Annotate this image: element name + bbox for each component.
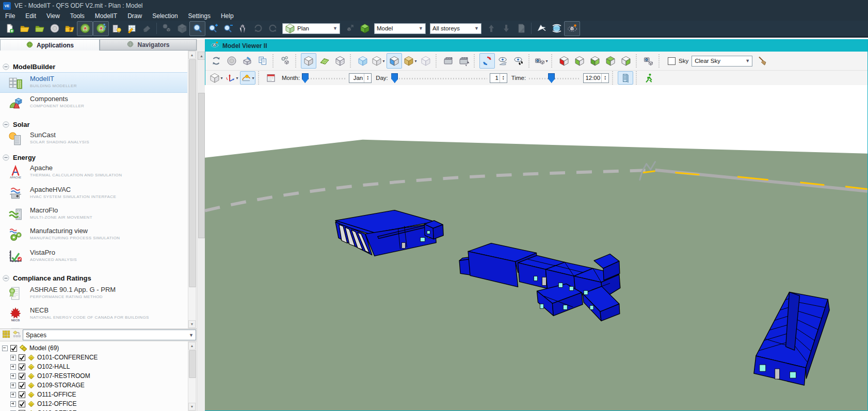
folder-green-button[interactable] (32, 22, 47, 36)
cube-green-button[interactable] (357, 22, 372, 36)
table-pencil-button[interactable] (124, 22, 139, 36)
expand-icon[interactable] (10, 364, 16, 370)
menu-modelit[interactable]: ModelIT (90, 12, 122, 20)
app-item-vistapro[interactable]: VistaPro ADVANCED ANALYSIS (0, 246, 187, 266)
cube-glass-button[interactable] (356, 54, 370, 68)
all-storeys-select[interactable]: All storeys▼ (430, 23, 481, 34)
zoom-button[interactable] (189, 21, 205, 36)
checkbox-checked[interactable] (19, 354, 25, 361)
camera-cube-button[interactable]: ▾ (534, 54, 549, 68)
panel-splitter-scrollbar[interactable]: ▲ (197, 39, 205, 411)
group-header-solar[interactable]: Solar (2, 121, 30, 128)
checkbox-checked[interactable] (19, 364, 25, 370)
cube-ghost-button[interactable] (419, 54, 433, 68)
orbit-1-button[interactable] (250, 22, 265, 36)
cube-green2-button[interactable] (588, 54, 602, 68)
orbit-2-button[interactable] (265, 22, 280, 36)
globe-sync-button[interactable] (549, 22, 564, 36)
app-item-components[interactable]: Components COMPONENT MODELLER (0, 93, 187, 112)
grid-green-button[interactable] (317, 54, 332, 68)
app-item-ashrae-90-1-app-g-prm[interactable]: ASHRAE 90.1 App. G - PRM PERFORMANCE RAT… (0, 284, 187, 303)
app-item-iecc[interactable]: IECC (0, 325, 187, 328)
app-item-suncast[interactable]: SunCast SOLAR SHADING ANALYSIS (0, 129, 187, 149)
slider-thumb[interactable] (391, 73, 398, 83)
cube-plain-button[interactable]: ▾ (371, 54, 385, 68)
menu-draw[interactable]: Draw (122, 12, 147, 20)
tree-item[interactable]: O111-OFFICE (10, 390, 76, 399)
app-item-apachehvac[interactable]: ApacheHVAC HVAC SYSTEM SIMULATION INTERF… (0, 184, 187, 203)
clapper-arrow-button[interactable] (457, 54, 471, 68)
expand-icon[interactable] (10, 355, 16, 360)
cube-hatch-button[interactable] (333, 54, 347, 68)
cube-tan-button[interactable]: ▾ (403, 54, 417, 68)
folder-yellow-button[interactable] (17, 22, 32, 36)
zoom-out-button[interactable] (220, 22, 235, 36)
slider[interactable] (529, 73, 581, 83)
disc-button[interactable] (47, 22, 62, 36)
cube-shade-button[interactable] (174, 22, 189, 36)
eraser-button[interactable] (139, 22, 154, 36)
collapse-icon[interactable] (2, 346, 8, 351)
checkbox-checked[interactable] (19, 401, 25, 407)
app-item-necb[interactable]: NECB NECB NATIONAL ENERGY CODE OF CANADA… (0, 304, 187, 324)
gears-cube-button[interactable] (278, 54, 293, 68)
browser-category-select[interactable]: Spaces ▼ (23, 330, 196, 340)
app-item-manufacturing-view[interactable]: Manufacturing view MANUFACTURING PROCESS… (0, 225, 187, 244)
collapse-icon[interactable] (2, 63, 10, 71)
folder-zip-button[interactable] (62, 22, 77, 36)
tree-item[interactable]: O101-CONFERENCE (10, 353, 98, 362)
spaces-grid-icon[interactable] (2, 330, 10, 340)
disc-button[interactable] (224, 54, 239, 68)
tree-item[interactable]: O102-HALL (10, 362, 70, 371)
expand-icon[interactable] (10, 383, 16, 388)
app-item-macroflo[interactable]: MacroFlo MULTI-ZONE AIR MOVEMENT (0, 204, 187, 224)
copy-pages-button[interactable] (255, 54, 270, 68)
model-select[interactable]: Model▼ (374, 23, 426, 34)
app-item-modelit[interactable]: ModelIT BUILDING MODELLER (0, 72, 187, 93)
checkbox-checked[interactable] (19, 382, 25, 389)
cube-corner-button[interactable] (387, 53, 402, 69)
zoom-in-button[interactable] (205, 22, 220, 36)
orbit-cube-button[interactable] (564, 21, 580, 36)
tree-scrollbar[interactable]: ▲▼ (188, 341, 196, 411)
menu-selection[interactable]: Selection (147, 12, 183, 20)
broom-button[interactable] (755, 54, 769, 68)
tree-item[interactable]: O107-RESTROOM (10, 371, 90, 381)
applications-scrollbar[interactable]: ▲▼ (188, 51, 196, 328)
spinner-jan[interactable]: Jan▲▼ (349, 73, 372, 83)
clapper-button[interactable] (441, 54, 456, 68)
spinner-arrows[interactable]: ▲▼ (364, 74, 371, 83)
tree-item[interactable]: O109-STORAGE (10, 381, 85, 390)
file-new-button[interactable] (2, 22, 17, 36)
tab-applications[interactable]: Applications (0, 39, 100, 51)
collapse-icon[interactable] (2, 121, 10, 128)
expand-icon[interactable] (10, 401, 16, 407)
tree-item[interactable]: O112-OFFICE (10, 399, 76, 408)
checkbox-checked[interactable] (19, 373, 25, 380)
camera-cube2-button[interactable] (641, 54, 656, 68)
box-pencil-button[interactable] (240, 54, 254, 68)
spinner-arrows[interactable]: ▲▼ (500, 74, 507, 83)
runner-button[interactable] (641, 72, 656, 84)
tab-navigators[interactable]: Navigators (100, 39, 197, 51)
spinner-1200[interactable]: 12:00▲▼ (583, 73, 609, 83)
cube-green3-button[interactable] (603, 54, 618, 68)
compass-button[interactable] (77, 21, 93, 36)
arrow-down-button[interactable] (499, 22, 513, 36)
app-item-apache[interactable]: APACHE Apache THERMAL CALCULATION AND SI… (0, 162, 187, 182)
page-edit-button[interactable] (513, 22, 528, 36)
viewport-3d[interactable] (205, 85, 867, 410)
slider[interactable] (391, 73, 487, 83)
compass-chart-button[interactable] (93, 21, 109, 36)
tree-item[interactable]: O113-OFFICE (10, 408, 76, 411)
slider-thumb[interactable] (302, 73, 309, 83)
menu-edit[interactable]: Edit (20, 12, 41, 20)
collapse-icon[interactable] (2, 154, 10, 161)
plan-select[interactable]: Plan▼ (282, 23, 340, 34)
group-header-modelbuilder[interactable]: ModelBuilder (2, 63, 55, 71)
spinner-arrows[interactable]: ▲▼ (601, 74, 608, 83)
slider-thumb[interactable] (548, 73, 555, 83)
clear-sky-select[interactable]: Clear Sky▼ (692, 56, 752, 67)
expand-icon[interactable] (10, 373, 16, 379)
expand-icon[interactable] (10, 392, 16, 398)
